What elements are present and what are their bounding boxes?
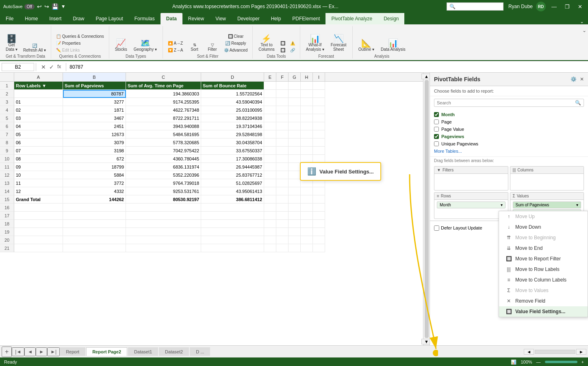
data-analysis-button[interactable]: 📊 Data Analysis (378, 37, 408, 53)
grid-cell-empty[interactable] (276, 204, 289, 212)
grid-cell-empty[interactable] (289, 228, 301, 236)
grid-cell[interactable]: 43.59040394 (201, 98, 264, 106)
tab-draw[interactable]: Draw (67, 13, 90, 24)
cancel-formula-icon[interactable]: ✕ (41, 64, 46, 70)
grid-cell[interactable]: 5484.581695 (126, 130, 201, 139)
what-if-button[interactable]: 📊 What-If Analysis ▾ (304, 33, 327, 53)
tab-file[interactable]: File (0, 13, 19, 24)
grid-cell-empty[interactable] (289, 212, 301, 220)
pivot-chip-month[interactable]: Month ▾ (437, 201, 506, 208)
scroll-left-button[interactable]: ◄ (524, 349, 534, 355)
refresh-all-button[interactable]: 🔄 Refresh All ▾ (22, 43, 48, 53)
grid-cell-empty[interactable] (276, 187, 289, 195)
text-to-columns-button[interactable]: ⚡ Text to Columns (256, 33, 277, 53)
grid-cell[interactable]: 9253.531761 (126, 187, 201, 195)
properties-button[interactable]: 📝 Properties (54, 40, 82, 46)
clear-button[interactable]: 🔲 Clear (222, 33, 250, 39)
grid-cell[interactable] (63, 236, 126, 244)
stocks-button[interactable]: 📈 Stocks (113, 37, 130, 53)
h-scroll-track[interactable] (535, 350, 575, 354)
grid-cell[interactable]: 2451 (63, 122, 126, 130)
sheet-nav-first[interactable]: |◄ (12, 347, 24, 356)
edit-links-button[interactable]: ✏️ Edit Links (54, 47, 81, 53)
advanced-button[interactable]: ⚙️ Advanced (222, 47, 250, 53)
grid-cell-empty[interactable] (289, 90, 301, 98)
grid-cell-empty[interactable] (264, 114, 276, 122)
grid-cell[interactable]: 26.94445987 (201, 163, 264, 171)
field-item-page[interactable]: Page (434, 118, 584, 126)
grid-cell-empty[interactable] (289, 106, 301, 114)
confirm-formula-icon[interactable]: ✓ (49, 64, 54, 70)
tab-home[interactable]: Home (19, 13, 43, 24)
grid-cell-empty[interactable] (289, 130, 301, 139)
grid-cell-empty[interactable] (276, 236, 289, 244)
grid-cell[interactable]: 03 (14, 114, 63, 122)
grid-cell[interactable]: 38.82204938 (201, 114, 264, 122)
grid-cell-empty[interactable] (313, 195, 325, 204)
col-header-f[interactable]: F (276, 73, 289, 81)
tab-view[interactable]: View (210, 13, 232, 24)
grid-cell-empty[interactable] (264, 228, 276, 236)
autosave-state[interactable]: Off (24, 4, 35, 9)
outline-button[interactable]: 📐 Outline ▾ (356, 37, 377, 53)
grid-cell-empty[interactable] (301, 236, 313, 244)
grid-cell-empty[interactable] (276, 130, 289, 139)
field-checkbox-pageviews[interactable] (434, 134, 439, 139)
grid-cell-empty[interactable] (289, 171, 301, 179)
grid-cell[interactable] (201, 204, 264, 212)
grid-cell-empty[interactable] (313, 220, 325, 228)
grid-cell-empty[interactable] (301, 147, 313, 155)
grid-cell-empty[interactable] (301, 130, 313, 139)
grid-cell-empty[interactable] (313, 98, 325, 106)
grid-cell[interactable]: 386.6811412 (201, 195, 264, 204)
tab-insert[interactable]: Insert (43, 13, 67, 24)
sort-button[interactable]: ⇅ Sort (187, 41, 203, 53)
grid-cell-empty[interactable] (276, 155, 289, 163)
grid-cell-empty[interactable] (313, 212, 325, 220)
grid-cell[interactable]: 07 (14, 147, 63, 155)
redo-icon[interactable]: ↪ (44, 3, 49, 10)
grid-cell-empty[interactable] (313, 244, 325, 252)
field-item-page-value[interactable]: Page Value (434, 126, 584, 133)
grid-cell-empty[interactable] (301, 122, 313, 130)
grid-cell[interactable]: 3277 (63, 98, 126, 106)
col-header-e[interactable]: E (264, 73, 276, 81)
insert-function-icon[interactable]: fx (57, 64, 61, 70)
grid-cell-empty[interactable] (264, 122, 276, 130)
grid-cell[interactable]: 06 (14, 139, 63, 147)
tab-formulas[interactable]: Formulas (129, 13, 161, 24)
grid-cell-empty[interactable] (301, 114, 313, 122)
save-icon[interactable]: 💾 (52, 3, 59, 10)
grid-cell[interactable]: 02 (14, 106, 63, 114)
grid-cell-empty[interactable] (276, 106, 289, 114)
defer-layout-checkbox[interactable] (434, 225, 439, 231)
grid-cell[interactable] (14, 228, 63, 236)
grid-cell[interactable] (126, 212, 201, 220)
grid-cell-empty[interactable] (301, 220, 313, 228)
grid-cell-empty[interactable] (264, 236, 276, 244)
grid-cell[interactable]: 4360.780445 (126, 155, 201, 163)
grid-cell-empty[interactable] (301, 90, 313, 98)
grid-cell[interactable] (201, 228, 264, 236)
grid-cell-empty[interactable] (264, 130, 276, 139)
grid-cell-empty[interactable] (301, 195, 313, 204)
grid-cell[interactable]: Sum of Pageviews (63, 82, 126, 90)
grid-cell-empty[interactable] (289, 236, 301, 244)
field-item-more-tables[interactable]: More Tables... (434, 147, 584, 155)
grid-cell-empty[interactable] (313, 90, 325, 98)
grid-cell[interactable]: 10 (14, 171, 63, 179)
forecast-sheet-button[interactable]: 📉 Forecast Sheet (328, 33, 349, 53)
grid-cell-empty[interactable] (276, 90, 289, 98)
grid-cell[interactable]: 01 (14, 98, 63, 106)
sheet-tab-dataset1[interactable]: Dataset1 (128, 347, 158, 356)
grid-cell[interactable] (126, 204, 201, 212)
field-item-month[interactable]: Month (434, 111, 584, 118)
grid-cell-empty[interactable] (264, 163, 276, 171)
ribbon-expand-icon[interactable]: ⌄ (576, 19, 588, 24)
scroll-right-button[interactable]: ► (576, 349, 586, 355)
grid-cell[interactable] (126, 236, 201, 244)
grid-cell[interactable] (63, 212, 126, 220)
grid-cell-empty[interactable] (276, 163, 289, 171)
ribbon-search[interactable]: 🔍 (447, 2, 503, 11)
grid-cell-empty[interactable] (276, 98, 289, 106)
